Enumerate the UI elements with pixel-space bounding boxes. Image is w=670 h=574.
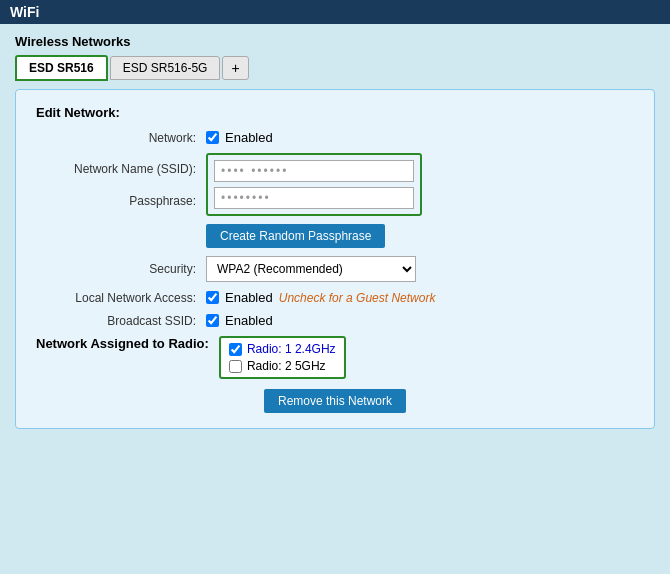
radio-2-label: Radio: 2 5GHz: [247, 359, 326, 373]
passphrase-label: Passphrase:: [36, 190, 196, 212]
network-label: Network:: [36, 131, 206, 145]
passphrase-input[interactable]: [214, 187, 414, 209]
radio-2-row: Radio: 2 5GHz: [229, 359, 336, 373]
title-bar: WiFi: [0, 0, 670, 24]
radio-2-checkbox[interactable]: [229, 360, 242, 373]
radio-section-label: Network Assigned to Radio:: [36, 336, 219, 351]
edit-network-title: Edit Network:: [36, 105, 634, 120]
create-passphrase-row: Create Random Passphrase: [36, 224, 634, 248]
wireless-networks-title: Wireless Networks: [15, 34, 655, 49]
create-random-passphrase-button[interactable]: Create Random Passphrase: [206, 224, 385, 248]
local-access-label: Local Network Access:: [36, 291, 206, 305]
local-access-row: Local Network Access: Enabled Uncheck fo…: [36, 290, 634, 305]
local-access-note: Uncheck for a Guest Network: [279, 291, 436, 305]
network-enabled-label: Enabled: [225, 130, 273, 145]
ssid-passphrase-section: Network Name (SSID): Passphrase:: [36, 153, 634, 216]
radio-1-label: Radio: 1 2.4GHz: [247, 342, 336, 356]
radio-1-checkbox[interactable]: [229, 343, 242, 356]
security-select[interactable]: WPA2 (Recommended) WPA WEP None: [206, 256, 416, 282]
security-label: Security:: [36, 262, 206, 276]
tab-esd-sr516-5g[interactable]: ESD SR516-5G: [110, 56, 221, 80]
tabs-container: ESD SR516 ESD SR516-5G +: [15, 55, 655, 81]
network-row: Network: Enabled: [36, 130, 634, 145]
network-name-label: Network Name (SSID):: [36, 158, 196, 180]
network-value: Enabled: [206, 130, 273, 145]
broadcast-row: Broadcast SSID: Enabled: [36, 313, 634, 328]
radio-options-box: Radio: 1 2.4GHz Radio: 2 5GHz: [219, 336, 346, 379]
title-text: WiFi: [10, 4, 39, 20]
security-row: Security: WPA2 (Recommended) WPA WEP Non…: [36, 256, 634, 282]
ssid-input[interactable]: [214, 160, 414, 182]
ssid-labels-col: Network Name (SSID): Passphrase:: [36, 153, 206, 216]
remove-network-button[interactable]: Remove this Network: [264, 389, 406, 413]
broadcast-label: Broadcast SSID:: [36, 314, 206, 328]
remove-network-row: Remove this Network: [36, 389, 634, 413]
radio-section-row: Network Assigned to Radio: Radio: 1 2.4G…: [36, 336, 634, 379]
main-content: Wireless Networks ESD SR516 ESD SR516-5G…: [0, 24, 670, 439]
ssid-inputs-box: [206, 153, 422, 216]
local-access-enabled-label: Enabled: [225, 290, 273, 305]
broadcast-checkbox[interactable]: [206, 314, 219, 327]
tab-add-button[interactable]: +: [222, 56, 248, 80]
network-enabled-checkbox[interactable]: [206, 131, 219, 144]
network-panel: Edit Network: Network: Enabled Network N…: [15, 89, 655, 429]
radio-1-row: Radio: 1 2.4GHz: [229, 342, 336, 356]
broadcast-enabled-label: Enabled: [225, 313, 273, 328]
local-access-checkbox[interactable]: [206, 291, 219, 304]
tab-esd-sr516[interactable]: ESD SR516: [15, 55, 108, 81]
